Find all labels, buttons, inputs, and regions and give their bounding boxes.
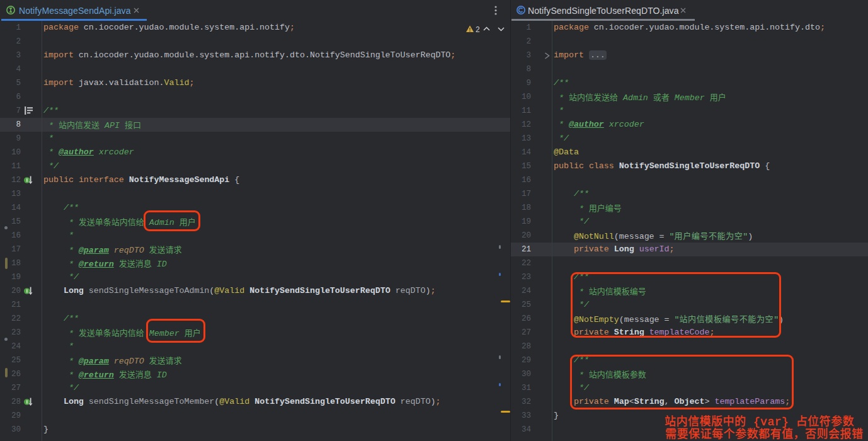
svg-text:2: 2 xyxy=(476,25,480,34)
